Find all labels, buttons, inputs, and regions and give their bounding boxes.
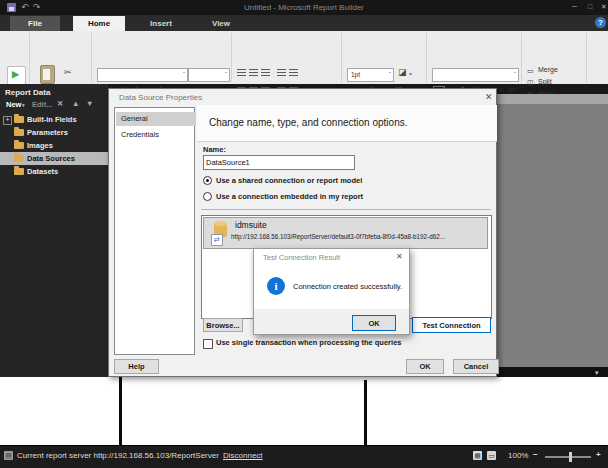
- test-connection-button[interactable]: Test Connection: [412, 317, 491, 333]
- nav-item-credentials[interactable]: Credentials: [116, 128, 196, 142]
- edit-button[interactable]: Edit...: [32, 100, 52, 109]
- group-separator: [521, 33, 522, 82]
- dialog-nav-list: General Credentials: [114, 107, 195, 355]
- move-up-icon[interactable]: ▲: [72, 99, 79, 108]
- tree-item-data-sources[interactable]: Data Sources: [0, 152, 108, 165]
- border-width-select[interactable]: 1ptˆ: [347, 68, 394, 82]
- name-label: Name:: [203, 145, 226, 154]
- group-separator: [426, 33, 427, 82]
- zoom-slider[interactable]: [545, 456, 591, 458]
- tab-file[interactable]: File: [10, 16, 60, 31]
- design-view-icon[interactable]: ▦: [473, 451, 482, 460]
- report-table-border: [119, 377, 122, 445]
- align-top-icon[interactable]: [237, 69, 246, 76]
- zoom-slider-thumb[interactable]: [569, 452, 572, 462]
- dialog-close-icon[interactable]: ✕: [485, 92, 493, 102]
- window-title: Untitled - Microsoft Report Builder: [0, 3, 608, 12]
- expand-icon[interactable]: +: [3, 116, 12, 125]
- help-button[interactable]: Help: [114, 359, 159, 374]
- folder-icon: [14, 168, 24, 175]
- number-format-select[interactable]: ˆ: [432, 68, 519, 82]
- dialog-headline: Change name, type, and connection option…: [209, 117, 407, 128]
- msgbox-title: Test Connection Result: [263, 253, 340, 262]
- dialog-title: Data Source Properties: [119, 93, 202, 102]
- zoom-level: 100%: [508, 451, 528, 460]
- decrease-decimal-button[interactable]: .00: [507, 87, 515, 93]
- merge-button[interactable]: Merge: [538, 66, 558, 73]
- tab-home[interactable]: Home: [73, 16, 125, 31]
- delete-icon[interactable]: ✕: [57, 99, 63, 108]
- tree-item-datasets[interactable]: Datasets: [0, 165, 108, 178]
- close-icon[interactable]: ✕: [601, 3, 607, 11]
- cut-icon[interactable]: ✂: [64, 67, 72, 77]
- folder-icon: [14, 142, 24, 149]
- increase-indent-icon[interactable]: [289, 69, 298, 76]
- report-data-panel: Report Data New ▾ Edit... ✕ ▲ ▼ + Built-…: [0, 84, 108, 377]
- border-fill-dropdown-icon[interactable]: ▾: [409, 69, 412, 79]
- group-separator: [586, 33, 587, 82]
- radio-embedded-connection[interactable]: [203, 192, 212, 201]
- minimize-icon[interactable]: ─: [572, 3, 577, 10]
- title-bar: ↶ ↷ Untitled - Microsoft Report Builder …: [0, 0, 608, 15]
- move-down-icon[interactable]: ▼: [86, 99, 93, 108]
- ribbon-tab-row: File Home Insert View: [0, 15, 608, 31]
- border-fill-icon[interactable]: ◪: [398, 67, 407, 77]
- folder-icon: [14, 129, 24, 136]
- connection-url: http://192.168.56.103/ReportServer/defau…: [231, 233, 445, 240]
- radio-shared-label[interactable]: Use a shared connection or report model: [216, 176, 362, 185]
- run-button[interactable]: ▶: [7, 66, 26, 85]
- disconnect-link[interactable]: Disconnect: [223, 451, 263, 460]
- zoom-out-icon[interactable]: −: [533, 450, 538, 459]
- single-transaction-label[interactable]: Use single transaction when processing t…: [216, 338, 401, 347]
- msgbox-message: Connection created successfully.: [293, 282, 402, 291]
- divider: [201, 209, 491, 210]
- report-table-border: [364, 380, 367, 445]
- info-icon: i: [267, 277, 285, 295]
- server-status-text: Current report server http://192.168.56.…: [17, 451, 219, 460]
- single-transaction-checkbox[interactable]: [203, 339, 213, 349]
- font-name-select[interactable]: ˆ: [97, 68, 188, 82]
- folder-icon: [14, 155, 24, 162]
- group-separator: [231, 33, 232, 82]
- report-data-title: Report Data: [5, 88, 50, 97]
- connection-list-item[interactable]: ⇄ idmsuite http://192.168.56.103/ReportS…: [203, 217, 488, 249]
- tab-insert[interactable]: Insert: [136, 16, 186, 31]
- decrease-indent-icon[interactable]: [277, 69, 286, 76]
- tree-item-images[interactable]: Images: [0, 139, 108, 152]
- report-page[interactable]: [0, 377, 608, 445]
- radio-embedded-label[interactable]: Use a connection embedded in my report: [216, 192, 363, 201]
- tab-view[interactable]: View: [198, 16, 244, 31]
- font-size-select[interactable]: ˆ: [188, 68, 230, 82]
- shared-overlay-icon: ⇄: [211, 234, 223, 246]
- group-separator: [29, 33, 30, 82]
- tree-item-parameters[interactable]: Parameters: [0, 126, 108, 139]
- radio-shared-connection[interactable]: [203, 176, 212, 185]
- msgbox-ok-button[interactable]: OK: [352, 315, 396, 331]
- help-icon[interactable]: ?: [595, 17, 606, 28]
- ribbon: ▶ Run Views Paste ✂ ⧉ Clipboard ˆ ˆ B I …: [0, 31, 608, 84]
- paste-button[interactable]: [40, 65, 55, 84]
- new-dropdown-icon[interactable]: ▾: [22, 102, 25, 108]
- connection-name: idmsuite: [235, 220, 267, 230]
- merge-icon[interactable]: ▭: [527, 66, 534, 76]
- new-button[interactable]: New: [6, 100, 21, 109]
- report-server-icon: ▤: [4, 451, 13, 460]
- browse-button[interactable]: Browse...: [203, 318, 243, 332]
- maximize-icon[interactable]: □: [588, 3, 592, 10]
- status-bar: ▤ Current report server http://192.168.5…: [0, 445, 608, 468]
- run-view-icon[interactable]: ▭: [487, 451, 496, 460]
- align-bottom-icon[interactable]: [261, 69, 270, 76]
- align-middle-icon[interactable]: [249, 69, 258, 76]
- surface-chevron-icon[interactable]: ▾: [595, 369, 599, 377]
- tree-item-built-in-fields[interactable]: + Built-in Fields: [0, 113, 108, 126]
- zoom-in-icon[interactable]: +: [596, 450, 601, 459]
- nav-item-general[interactable]: General: [116, 112, 196, 126]
- dialog-ok-button[interactable]: OK: [406, 359, 444, 374]
- report-builder-window: ↶ ↷ Untitled - Microsoft Report Builder …: [0, 0, 608, 468]
- test-connection-result-msgbox: Test Connection Result ✕ i Connection cr…: [253, 248, 410, 335]
- split-button[interactable]: Split: [538, 78, 552, 85]
- dialog-cancel-button[interactable]: Cancel: [453, 359, 499, 374]
- msgbox-close-icon[interactable]: ✕: [396, 252, 403, 261]
- name-input[interactable]: [203, 155, 355, 170]
- split-icon[interactable]: ◫: [527, 78, 534, 88]
